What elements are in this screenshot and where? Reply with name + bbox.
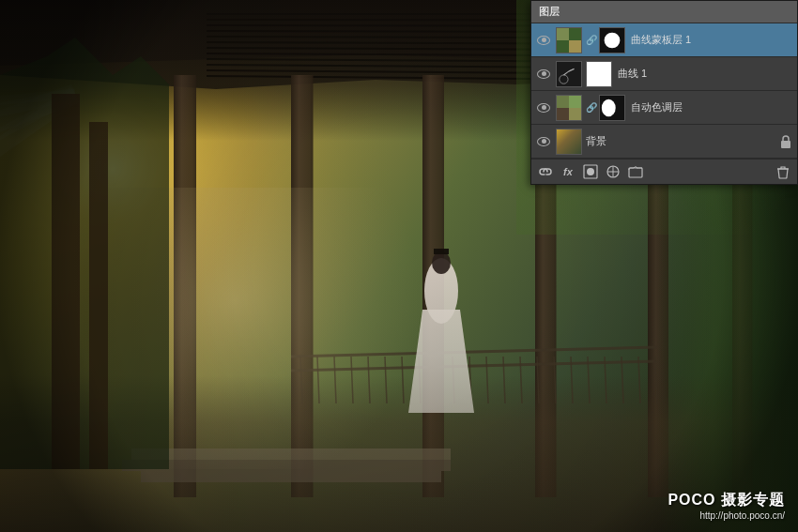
layer-row[interactable]: 🔗 自动色调层 (531, 91, 797, 125)
layer-thumbnail (556, 129, 582, 155)
layers-list: 🔗 曲线蒙板层 1 (531, 23, 797, 159)
layers-panel: 图层 🔗 曲线蒙板层 1 (530, 0, 798, 185)
panel-header: 图层 (531, 1, 797, 23)
eye-icon (537, 69, 550, 79)
link-icon: 🔗 (586, 35, 597, 46)
svg-rect-20 (629, 168, 642, 177)
svg-rect-11 (557, 108, 569, 120)
layer-name: 自动色调层 (631, 100, 793, 114)
fx-toolbar-icon[interactable]: fx (560, 163, 576, 180)
svg-rect-2 (569, 40, 581, 53)
eye-icon (537, 137, 550, 146)
folder-toolbar-icon[interactable] (627, 163, 644, 180)
panel-toolbar: fx (531, 159, 797, 184)
layer-row[interactable]: 🔗 曲线蒙板层 1 (531, 23, 797, 57)
svg-rect-15 (557, 129, 581, 154)
svg-point-4 (605, 32, 621, 48)
layer-mask (599, 27, 625, 53)
layer-thumbnail (556, 61, 582, 87)
layer-name: 曲线 1 (618, 67, 793, 81)
svg-rect-12 (569, 96, 581, 108)
svg-rect-1 (557, 28, 569, 40)
layer-thumbnail (556, 27, 582, 53)
layer-thumbnail (556, 95, 582, 121)
eye-toggle[interactable] (535, 99, 552, 116)
layer-name: 背景 (586, 134, 776, 148)
svg-rect-16 (781, 141, 790, 148)
eye-toggle[interactable] (535, 133, 552, 150)
panel-title: 图层 (539, 5, 560, 19)
lock-icon (780, 135, 793, 148)
svg-rect-7 (587, 62, 611, 86)
layer-row[interactable]: 背景 (531, 125, 797, 159)
svg-rect-10 (569, 108, 581, 120)
link-toolbar-icon[interactable] (537, 163, 554, 180)
svg-point-18 (587, 168, 594, 175)
link-icon: 🔗 (586, 102, 597, 114)
eye-icon (537, 103, 550, 113)
svg-rect-9 (557, 96, 569, 108)
adjustment-toolbar-icon[interactable] (605, 163, 622, 180)
svg-point-14 (602, 99, 616, 116)
eye-icon (537, 36, 550, 45)
delete-toolbar-icon[interactable] (775, 163, 791, 180)
mask-toolbar-icon[interactable] (582, 163, 599, 180)
layer-mask (599, 95, 625, 121)
layer-name: 曲线蒙板层 1 (631, 33, 793, 47)
layer-row[interactable]: 曲线 1 (531, 57, 797, 91)
eye-toggle[interactable] (535, 32, 552, 49)
eye-toggle[interactable] (535, 66, 552, 83)
layer-mask (586, 61, 612, 87)
